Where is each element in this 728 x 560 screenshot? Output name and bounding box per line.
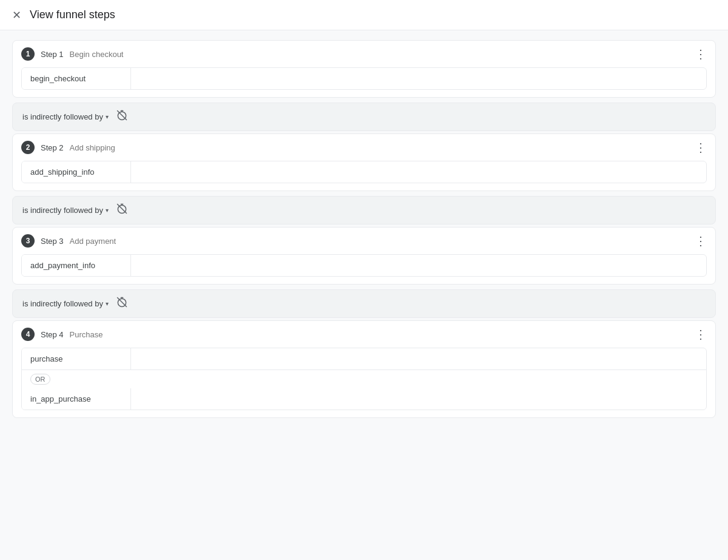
connector-2: is indirectly followed by▾	[12, 196, 716, 224]
connector-text: is indirectly followed by	[22, 112, 103, 121]
step-label: Step 2	[41, 143, 64, 152]
event-name: add_shipping_info	[22, 161, 131, 183]
timer-off-icon[interactable]	[116, 296, 128, 311]
connector-label[interactable]: is indirectly followed by▾	[22, 112, 109, 121]
page-title: View funnel steps	[30, 8, 115, 21]
event-row: begin_checkout	[22, 68, 706, 89]
connector-label[interactable]: is indirectly followed by▾	[22, 206, 109, 215]
step-events-4: purchaseORin_app_purchase	[21, 348, 707, 410]
step-name-input[interactable]	[70, 50, 689, 59]
connector-1: is indirectly followed by▾	[12, 103, 716, 131]
step-label: Step 4	[41, 330, 64, 339]
connector-text: is indirectly followed by	[22, 206, 103, 215]
step-more-options-button[interactable]: ⋮	[695, 234, 707, 248]
close-icon: ✕	[12, 10, 21, 21]
step-wrapper: 2Step 2⋮add_shipping_infois indirectly f…	[12, 133, 716, 227]
step-label: Step 1	[41, 50, 64, 59]
step-block-4: 4Step 4⋮purchaseORin_app_purchase	[12, 320, 716, 418]
event-row: purchase	[22, 348, 706, 370]
step-wrapper: 4Step 4⋮purchaseORin_app_purchase	[12, 320, 716, 420]
step-block-3: 3Step 3⋮add_payment_info	[12, 227, 716, 285]
timer-off-icon[interactable]	[116, 109, 128, 124]
step-more-options-button[interactable]: ⋮	[695, 327, 707, 342]
event-name: begin_checkout	[22, 68, 131, 89]
event-name: in_app_purchase	[22, 388, 131, 410]
chevron-down-icon: ▾	[106, 207, 109, 214]
header: ✕ View funnel steps	[0, 0, 728, 30]
event-row: in_app_purchase	[22, 388, 706, 410]
connector-text: is indirectly followed by	[22, 299, 103, 308]
event-params	[131, 260, 706, 272]
step-name-input[interactable]	[70, 237, 689, 246]
chevron-down-icon: ▾	[106, 300, 109, 307]
step-events-2: add_shipping_info	[21, 161, 707, 183]
event-name: add_payment_info	[22, 255, 131, 276]
step-more-options-button[interactable]: ⋮	[695, 47, 707, 61]
step-name-input[interactable]	[70, 143, 689, 152]
event-row: add_shipping_info	[22, 161, 706, 183]
event-params	[131, 393, 706, 405]
timer-off-icon[interactable]	[116, 203, 128, 218]
or-badge: OR	[30, 374, 50, 385]
event-name: purchase	[22, 348, 131, 369]
step-header-2: 2Step 2⋮	[13, 134, 715, 161]
step-wrapper: 3Step 3⋮add_payment_infois indirectly fo…	[12, 227, 716, 320]
connector-3: is indirectly followed by▾	[12, 289, 716, 318]
step-header-1: 1Step 1⋮	[13, 41, 715, 67]
step-events-3: add_payment_info	[21, 254, 707, 277]
step-badge: 2	[21, 141, 35, 154]
step-badge: 4	[21, 328, 35, 341]
connector-label[interactable]: is indirectly followed by▾	[22, 299, 109, 308]
event-params	[131, 73, 706, 85]
step-label: Step 3	[41, 237, 64, 246]
step-block-2: 2Step 2⋮add_shipping_info	[12, 133, 716, 191]
chevron-down-icon: ▾	[106, 113, 109, 120]
step-block-1: 1Step 1⋮begin_checkout	[12, 40, 716, 98]
step-name-input[interactable]	[70, 330, 689, 339]
step-header-4: 4Step 4⋮	[13, 321, 715, 348]
step-wrapper: 1Step 1⋮begin_checkoutis indirectly foll…	[12, 40, 716, 133]
close-button[interactable]: ✕	[12, 10, 21, 21]
event-row: add_payment_info	[22, 255, 706, 276]
event-params	[131, 353, 706, 365]
step-more-options-button[interactable]: ⋮	[695, 140, 707, 155]
step-badge: 3	[21, 234, 35, 248]
step-badge: 1	[21, 47, 35, 61]
event-params	[131, 166, 706, 178]
step-header-3: 3Step 3⋮	[13, 228, 715, 254]
step-events-1: begin_checkout	[21, 67, 707, 90]
